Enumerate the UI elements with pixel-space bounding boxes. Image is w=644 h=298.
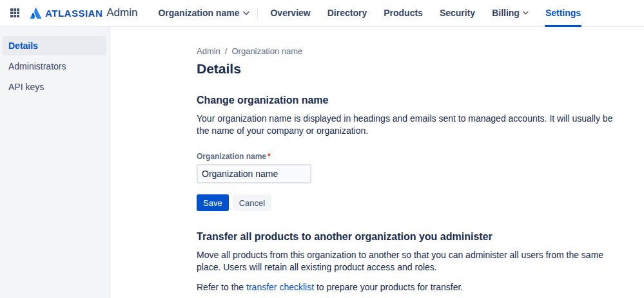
main-content: Admin / Organization name Details Change… bbox=[110, 27, 644, 298]
nav-item-settings[interactable]: Settings bbox=[537, 0, 589, 26]
breadcrumb-separator: / bbox=[225, 46, 228, 56]
change-org-name-section: Change organization name Your organizati… bbox=[197, 95, 620, 211]
transfer-checklist-line: Refer to the transfer checklist to prepa… bbox=[197, 281, 620, 293]
app-switcher-button[interactable] bbox=[6, 5, 23, 21]
org-name-field-group: Organization name* bbox=[197, 152, 620, 183]
transfer-products-description: Move all products from this organization… bbox=[197, 249, 620, 274]
chevron-down-icon bbox=[243, 11, 249, 15]
brand: ATLASSIAN Admin bbox=[29, 6, 137, 20]
refer-suffix-text: to prepare your products for transfer. bbox=[314, 282, 463, 292]
primary-nav: Overview Directory Products Security Bil… bbox=[262, 0, 589, 26]
change-org-name-heading: Change organization name bbox=[197, 95, 620, 106]
transfer-checklist-link[interactable]: transfer checklist bbox=[246, 282, 314, 292]
breadcrumb-admin[interactable]: Admin bbox=[197, 46, 220, 56]
nav-item-directory[interactable]: Directory bbox=[319, 0, 375, 26]
org-name-field-label-text: Organization name bbox=[197, 152, 266, 161]
sidebar-item-api-keys[interactable]: API keys bbox=[3, 77, 106, 97]
page-title: Details bbox=[197, 61, 620, 77]
header-divider bbox=[257, 8, 258, 19]
brand-product-name: Admin bbox=[106, 6, 137, 19]
settings-sidebar: Details Administrators API keys bbox=[0, 27, 110, 298]
save-button[interactable]: Save bbox=[197, 194, 229, 211]
transfer-products-heading: Transfer all products to another organiz… bbox=[197, 231, 620, 243]
org-name-field-label: Organization name* bbox=[197, 152, 620, 161]
nav-item-products[interactable]: Products bbox=[375, 0, 431, 26]
change-org-name-description: Your organization name is displayed in h… bbox=[197, 113, 620, 137]
sidebar-item-administrators[interactable]: Administrators bbox=[3, 57, 106, 76]
nav-item-security[interactable]: Security bbox=[431, 0, 483, 26]
breadcrumb-organization-name[interactable]: Organization name bbox=[231, 46, 302, 56]
org-name-input[interactable] bbox=[197, 164, 311, 183]
top-header: ATLASSIAN Admin Organization name Overvi… bbox=[0, 0, 644, 27]
sidebar-item-details[interactable]: Details bbox=[3, 36, 106, 55]
form-actions: Save Cancel bbox=[197, 194, 620, 211]
org-name-dropdown-label: Organization name bbox=[158, 8, 239, 18]
nav-item-billing[interactable]: Billing bbox=[483, 0, 537, 26]
nav-item-billing-label: Billing bbox=[492, 8, 520, 18]
chevron-down-icon bbox=[523, 11, 529, 15]
brand-wordmark: ATLASSIAN bbox=[45, 8, 102, 19]
required-marker: * bbox=[268, 152, 271, 161]
nav-item-overview[interactable]: Overview bbox=[262, 0, 318, 26]
refer-prefix-text: Refer to the bbox=[197, 282, 246, 292]
transfer-products-section: Transfer all products to another organiz… bbox=[197, 231, 620, 298]
app-grid-icon bbox=[10, 8, 19, 17]
cancel-button[interactable]: Cancel bbox=[233, 194, 271, 211]
breadcrumb: Admin / Organization name bbox=[197, 46, 620, 56]
atlassian-logo-icon bbox=[29, 6, 43, 20]
org-name-dropdown[interactable]: Organization name bbox=[155, 4, 252, 22]
